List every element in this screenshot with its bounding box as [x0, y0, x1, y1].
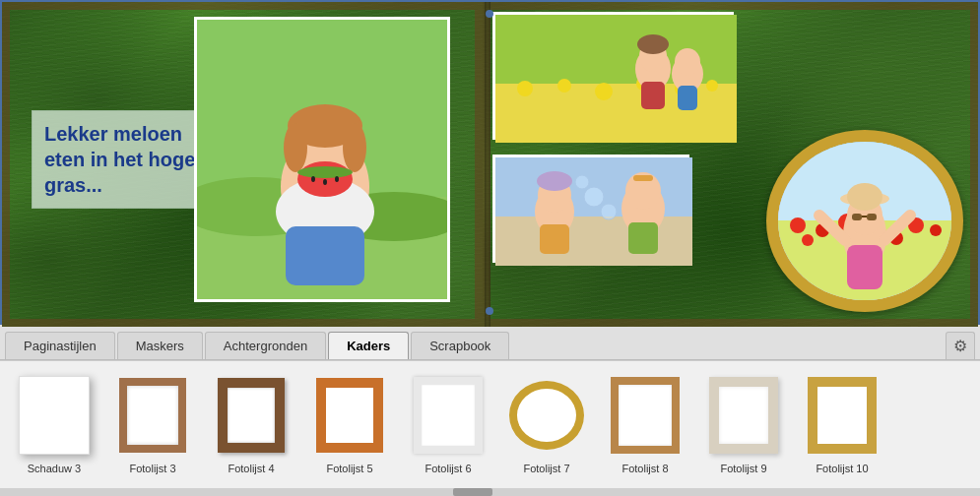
- svg-point-38: [575, 175, 589, 189]
- photo-oval-frame[interactable]: [766, 130, 963, 312]
- frame-label-fotolijst-5: Fotolijst 5: [326, 463, 372, 474]
- svg-point-37: [584, 187, 604, 207]
- frame-item-fotolijst-8[interactable]: Fotolijst 8: [596, 366, 694, 484]
- svg-point-36: [537, 171, 572, 191]
- frame-label-schaduw-3: Schaduw 3: [28, 463, 81, 474]
- frame-preview-schaduw-3: [15, 371, 94, 460]
- frames-panel: Schaduw 3 Fotolijst 3 Fotolijst 4 Fotoli…: [0, 360, 980, 488]
- frame-label-fotolijst-6: Fotolijst 6: [425, 463, 471, 474]
- frame-shape-wood-simple: [119, 378, 186, 453]
- photo-book: Lekker meloen eten in het hoge gras...: [0, 0, 980, 325]
- frame-label-fotolijst-9: Fotolijst 9: [720, 463, 766, 474]
- page-left: Lekker meloen eten in het hoge gras...: [2, 2, 483, 327]
- svg-point-27: [637, 34, 669, 54]
- svg-point-47: [790, 217, 806, 233]
- frame-item-schaduw-3[interactable]: Schaduw 3: [5, 366, 103, 484]
- svg-point-14: [323, 179, 327, 185]
- page-spine: [485, 2, 490, 327]
- frame-item-fotolijst-3[interactable]: Fotolijst 3: [103, 366, 202, 484]
- svg-point-23: [706, 80, 718, 92]
- tab-bar: Paginastijlen Maskers Achtergronden Kade…: [0, 325, 980, 360]
- settings-button[interactable]: ⚙: [946, 332, 975, 359]
- svg-rect-29: [678, 86, 697, 110]
- frame-shape-white-modern: [414, 377, 483, 454]
- svg-rect-61: [867, 214, 877, 220]
- svg-rect-41: [628, 222, 658, 254]
- frame-item-fotolijst-7[interactable]: Fotolijst 7: [497, 366, 596, 484]
- svg-point-53: [802, 234, 814, 246]
- frame-shape-wood-gold: [808, 377, 877, 454]
- tab-scrapbook[interactable]: Scrapbook: [411, 332, 509, 359]
- settings-icon: ⚙: [953, 337, 967, 355]
- page-right: [483, 2, 978, 327]
- frame-shape-shadow: [19, 376, 90, 455]
- tab-maskers[interactable]: Maskers: [117, 332, 203, 359]
- svg-point-52: [930, 224, 942, 236]
- svg-point-20: [595, 83, 613, 100]
- svg-rect-60: [852, 214, 862, 220]
- frame-shape-oval-gold: [509, 381, 584, 450]
- frame-label-fotolijst-3: Fotolijst 3: [129, 463, 175, 474]
- svg-point-39: [601, 204, 617, 219]
- frame-shape-wood-orange: [316, 378, 383, 453]
- svg-point-30: [675, 48, 700, 76]
- frame-label-fotolijst-7: Fotolijst 7: [523, 463, 569, 474]
- svg-point-12: [297, 166, 353, 178]
- svg-point-19: [557, 79, 571, 93]
- svg-point-64: [847, 183, 882, 211]
- svg-rect-34: [540, 224, 569, 254]
- photo-top-right[interactable]: [492, 12, 734, 140]
- frame-item-fotolijst-4[interactable]: Fotolijst 4: [202, 366, 300, 484]
- frame-preview-fotolijst-10: [803, 371, 882, 460]
- frame-preview-fotolijst-4: [212, 371, 291, 460]
- svg-point-13: [311, 176, 315, 182]
- frame-label-fotolijst-10: Fotolijst 10: [816, 463, 868, 474]
- frame-preview-fotolijst-8: [606, 371, 685, 460]
- text-box-content: Lekker meloen eten in het hoge gras...: [44, 123, 195, 196]
- frame-preview-fotolijst-9: [704, 371, 783, 460]
- svg-rect-43: [633, 175, 653, 181]
- photo-main-left[interactable]: [194, 17, 450, 302]
- svg-rect-32: [495, 217, 692, 266]
- frame-shape-white-rustic: [709, 377, 778, 454]
- frame-preview-fotolijst-3: [113, 371, 192, 460]
- tab-paginastijlen[interactable]: Paginastijlen: [5, 332, 115, 359]
- svg-point-15: [335, 176, 339, 182]
- frame-preview-fotolijst-6: [409, 371, 488, 460]
- oval-frame-inner: [778, 142, 951, 300]
- frame-shape-wood-thin: [611, 377, 680, 454]
- tab-achtergronden[interactable]: Achtergronden: [205, 332, 326, 359]
- svg-rect-6: [286, 226, 364, 285]
- svg-rect-25: [641, 82, 665, 109]
- frame-preview-fotolijst-7: [507, 371, 586, 460]
- svg-point-9: [284, 123, 307, 172]
- photo-mid-right[interactable]: [492, 155, 689, 263]
- frame-item-fotolijst-9[interactable]: Fotolijst 9: [694, 366, 793, 484]
- svg-point-10: [343, 123, 366, 172]
- scrollbar-thumb[interactable]: [453, 488, 492, 496]
- frame-item-fotolijst-10[interactable]: Fotolijst 10: [793, 366, 891, 484]
- frame-label-fotolijst-8: Fotolijst 8: [621, 463, 668, 474]
- frame-item-fotolijst-6[interactable]: Fotolijst 6: [399, 366, 497, 484]
- text-box[interactable]: Lekker meloen eten in het hoge gras...: [32, 110, 214, 209]
- svg-rect-56: [847, 245, 882, 289]
- horizontal-scrollbar[interactable]: [0, 488, 980, 496]
- frame-item-fotolijst-5[interactable]: Fotolijst 5: [300, 366, 399, 484]
- frame-label-fotolijst-4: Fotolijst 4: [228, 463, 274, 474]
- svg-point-18: [517, 81, 533, 96]
- spine-dot-top: [486, 10, 493, 18]
- frame-shape-wood-dark: [218, 378, 285, 453]
- tab-kaders[interactable]: Kaders: [328, 332, 409, 359]
- frame-preview-fotolijst-5: [310, 371, 389, 460]
- spine-dot-bottom: [486, 307, 493, 315]
